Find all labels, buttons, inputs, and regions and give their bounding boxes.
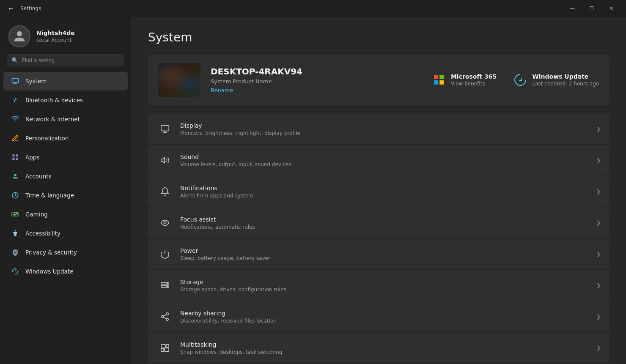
- nearby-sharing-label: Nearby sharing: [180, 310, 591, 317]
- nearby-sharing-text: Nearby sharing Discoverability, received…: [180, 310, 591, 324]
- power-icon: [156, 246, 173, 263]
- quick-actions: Microsoft 365 View benefits Windows Upda…: [432, 73, 599, 87]
- ms365-blue-sq: [434, 80, 438, 85]
- accounts-icon: [10, 171, 20, 181]
- personalization-icon: [10, 133, 20, 143]
- sidebar-item-update-label: Windows Update: [25, 268, 73, 275]
- system-details: DESKTOP-4RAKV94 System Product Name Rena…: [211, 66, 422, 94]
- sidebar-item-network[interactable]: Network & internet: [3, 110, 128, 129]
- notifications-sub: Alerts from apps and system: [180, 193, 591, 199]
- notifications-icon: [156, 183, 173, 200]
- power-chevron: ❯: [596, 251, 601, 257]
- sidebar-item-bluetooth-label: Bluetooth & devices: [25, 97, 83, 104]
- svg-rect-3: [12, 154, 14, 156]
- ms365-label: Microsoft 365: [451, 73, 497, 80]
- sidebar-item-network-label: Network & internet: [25, 116, 80, 123]
- settings-item-display[interactable]: Display Monitors, brightness, night ligh…: [148, 114, 609, 144]
- svg-rect-9: [14, 214, 15, 215]
- update-sub: Last checked: 2 hours ago: [532, 81, 599, 87]
- sidebar-item-bluetooth[interactable]: Bluetooth & devices: [3, 91, 128, 109]
- update-text: Windows Update Last checked: 2 hours ago: [532, 73, 599, 87]
- ms365-yellow-sq: [439, 80, 444, 85]
- sidebar-item-accounts-label: Accounts: [25, 173, 52, 180]
- content-area: System DESKTOP-4RAKV94 System Product Na…: [131, 17, 626, 364]
- sidebar-item-accounts[interactable]: Accounts: [3, 167, 128, 186]
- sidebar-item-privacy-label: Privacy & security: [25, 249, 77, 256]
- search-input[interactable]: [22, 57, 120, 63]
- ms365-sub: View benefits: [451, 81, 497, 87]
- time-icon: [10, 190, 20, 200]
- storage-text: Storage Storage space, drives, configura…: [180, 279, 591, 293]
- sound-icon: [156, 152, 173, 169]
- multitasking-sub: Snap windows, desktops, task switching: [180, 349, 591, 355]
- settings-item-storage[interactable]: Storage Storage space, drives, configura…: [148, 270, 609, 301]
- svg-rect-13: [161, 126, 169, 131]
- storage-chevron: ❯: [596, 282, 601, 288]
- ms365-green-sq: [439, 75, 444, 79]
- svg-point-23: [162, 315, 164, 318]
- rename-link[interactable]: Rename: [211, 87, 233, 93]
- search-box: 🔍: [7, 54, 124, 66]
- svg-point-17: [164, 222, 166, 224]
- close-button[interactable]: ✕: [601, 0, 621, 17]
- notifications-chevron: ❯: [596, 189, 601, 194]
- sidebar-item-apps[interactable]: Apps: [3, 148, 128, 167]
- minimize-button[interactable]: —: [563, 0, 582, 17]
- user-profile[interactable]: Nightsh4de Local Account: [0, 17, 131, 54]
- sidebar-item-gaming[interactable]: Gaming: [3, 205, 128, 224]
- svg-point-11: [17, 214, 18, 215]
- page-title: System: [148, 30, 609, 44]
- windows-update-icon: [513, 73, 527, 87]
- titlebar: ← Settings — ☐ ✕: [0, 0, 626, 17]
- multitasking-text: Multitasking Snap windows, desktops, tas…: [180, 341, 591, 355]
- back-button[interactable]: ←: [5, 3, 17, 14]
- settings-item-nearby-sharing[interactable]: Nearby sharing Discoverability, received…: [148, 301, 609, 332]
- sidebar-item-accessibility[interactable]: Accessibility: [3, 224, 128, 243]
- sidebar-item-time[interactable]: Time & language: [3, 186, 128, 205]
- maximize-button[interactable]: ☐: [582, 0, 601, 17]
- ms365-quick-action[interactable]: Microsoft 365 View benefits: [432, 73, 497, 87]
- sidebar-item-system-label: System: [25, 78, 47, 85]
- nearby-sharing-sub: Discoverability, received files location: [180, 318, 591, 324]
- storage-sub: Storage space, drives, configuration rul…: [180, 287, 591, 293]
- settings-item-sound[interactable]: Sound Volume levels, output, input, soun…: [148, 145, 609, 175]
- system-info-card: DESKTOP-4RAKV94 System Product Name Rena…: [148, 55, 609, 105]
- storage-icon: [156, 277, 173, 294]
- user-name: Nightsh4de: [36, 30, 75, 36]
- sidebar-item-gaming-label: Gaming: [25, 211, 48, 218]
- user-info: Nightsh4de Local Account: [36, 30, 75, 43]
- power-sub: Sleep, battery usage, battery saver: [180, 255, 591, 261]
- nearby-sharing-chevron: ❯: [596, 314, 601, 320]
- settings-item-power[interactable]: Power Sleep, battery usage, battery save…: [148, 239, 609, 269]
- svg-line-25: [164, 317, 166, 319]
- windows-update-quick-action[interactable]: Windows Update Last checked: 2 hours ago: [513, 73, 599, 87]
- svg-point-21: [167, 286, 168, 287]
- multitasking-icon: [156, 339, 173, 356]
- display-chevron: ❯: [596, 126, 601, 132]
- sidebar-item-personalization[interactable]: Personalization: [3, 129, 128, 148]
- gaming-icon: [10, 209, 20, 219]
- settings-list: Display Monitors, brightness, night ligh…: [148, 114, 609, 364]
- sound-chevron: ❯: [596, 157, 601, 163]
- network-icon: [10, 114, 20, 124]
- apps-icon: [10, 152, 20, 162]
- sidebar-item-system[interactable]: System: [3, 72, 128, 90]
- sidebar-item-update[interactable]: Windows Update: [3, 262, 128, 281]
- svg-rect-5: [12, 158, 14, 160]
- sidebar-item-privacy[interactable]: Privacy & security: [3, 243, 128, 262]
- focus-text: Focus assist Notifications, automatic ru…: [180, 216, 591, 230]
- search-icon: 🔍: [11, 57, 18, 63]
- svg-rect-0: [12, 78, 19, 83]
- svg-rect-28: [165, 348, 169, 351]
- sidebar-item-apps-label: Apps: [25, 154, 39, 161]
- sound-label: Sound: [180, 153, 591, 160]
- svg-rect-29: [161, 349, 164, 351]
- ms365-red-sq: [434, 75, 438, 79]
- power-label: Power: [180, 247, 591, 254]
- nearby-sharing-icon: [156, 308, 173, 325]
- settings-item-focus[interactable]: Focus assist Notifications, automatic ru…: [148, 208, 609, 238]
- settings-item-multitasking[interactable]: Multitasking Snap windows, desktops, tas…: [148, 333, 609, 363]
- settings-item-notifications[interactable]: Notifications Alerts from apps and syste…: [148, 176, 609, 207]
- svg-rect-30: [166, 345, 169, 347]
- sidebar-item-personalization-label: Personalization: [25, 135, 69, 142]
